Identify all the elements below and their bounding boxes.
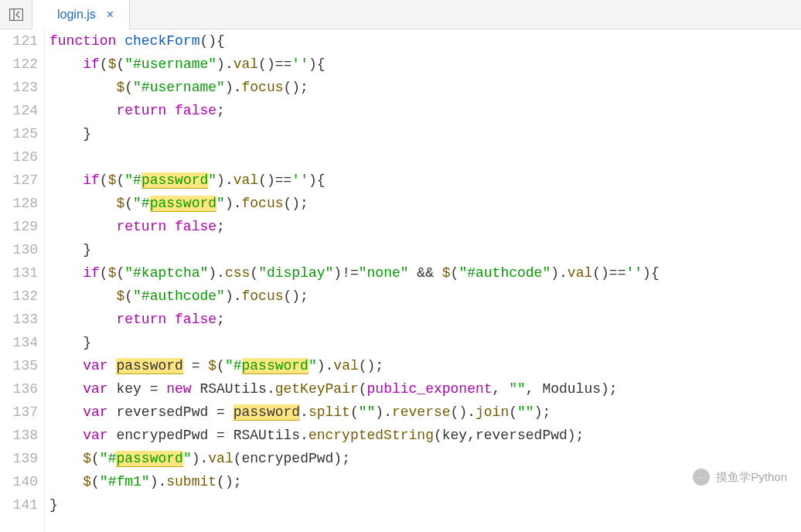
line-number: 133 (0, 308, 38, 331)
code-line[interactable]: } (49, 238, 660, 261)
line-number: 138 (0, 424, 38, 447)
code-line[interactable]: $("#fm1").submit(); (49, 470, 660, 493)
line-number: 134 (0, 331, 38, 354)
line-number: 139 (0, 447, 38, 470)
code-line[interactable]: return false; (49, 99, 660, 122)
code-line[interactable]: $("#password").focus(); (49, 192, 660, 215)
code-line[interactable]: function checkForm(){ (49, 29, 660, 53)
line-number: 127 (0, 169, 38, 192)
code-line[interactable]: var reversedPwd = password.split("").rev… (49, 401, 660, 424)
code-line[interactable]: } (49, 122, 660, 145)
code-line[interactable]: } (49, 493, 660, 517)
line-number: 129 (0, 215, 38, 238)
code-line[interactable]: var key = new RSAUtils.getKeyPair(public… (49, 377, 660, 401)
code-line[interactable]: $("#password").val(encrypedPwd); (49, 447, 660, 470)
tab-bar: login.js × (0, 0, 801, 29)
line-number: 131 (0, 261, 38, 285)
watermark-text: 摸鱼学Python (716, 470, 787, 485)
line-number: 130 (0, 238, 38, 261)
line-number: 132 (0, 285, 38, 308)
code-editor[interactable]: 1211221231241251261271281291301311321331… (0, 29, 801, 532)
line-number: 128 (0, 192, 38, 215)
line-number: 126 (0, 145, 38, 169)
watermark: ··· 摸鱼学Python (693, 469, 787, 486)
code-line[interactable]: if($("#kaptcha").css("display")!="none" … (49, 261, 660, 285)
line-number: 135 (0, 354, 38, 377)
code-line[interactable]: if($("#password").val()==''){ (49, 169, 660, 192)
code-line[interactable]: $("#authcode").focus(); (49, 285, 660, 308)
code-line[interactable]: var encrypedPwd = RSAUtils.encryptedStri… (49, 424, 660, 447)
code-line[interactable] (49, 145, 660, 169)
wechat-icon: ··· (693, 469, 710, 486)
tab-login-js[interactable]: login.js × (32, 0, 130, 29)
line-number: 121 (0, 29, 38, 53)
line-number: 122 (0, 53, 38, 76)
close-tab-icon[interactable]: × (107, 8, 114, 22)
line-number: 140 (0, 470, 38, 493)
line-number: 125 (0, 122, 38, 145)
toggle-sidebar-button[interactable] (0, 0, 32, 29)
line-number: 136 (0, 377, 38, 401)
code-content[interactable]: function checkForm(){ if($("#username").… (45, 29, 660, 532)
line-number: 124 (0, 99, 38, 122)
line-number: 137 (0, 401, 38, 424)
line-number: 141 (0, 493, 38, 517)
code-line[interactable]: var password = $("#password").val(); (49, 354, 660, 377)
code-line[interactable]: return false; (49, 308, 660, 331)
code-line[interactable]: } (49, 331, 660, 354)
line-number-gutter: 1211221231241251261271281291301311321331… (0, 29, 45, 532)
line-number: 123 (0, 76, 38, 99)
code-line[interactable]: if($("#username").val()==''){ (49, 53, 660, 76)
code-line[interactable]: $("#username").focus(); (49, 76, 660, 99)
panel-left-icon (9, 9, 23, 21)
tab-filename: login.js (57, 8, 96, 22)
code-line[interactable]: return false; (49, 215, 660, 238)
